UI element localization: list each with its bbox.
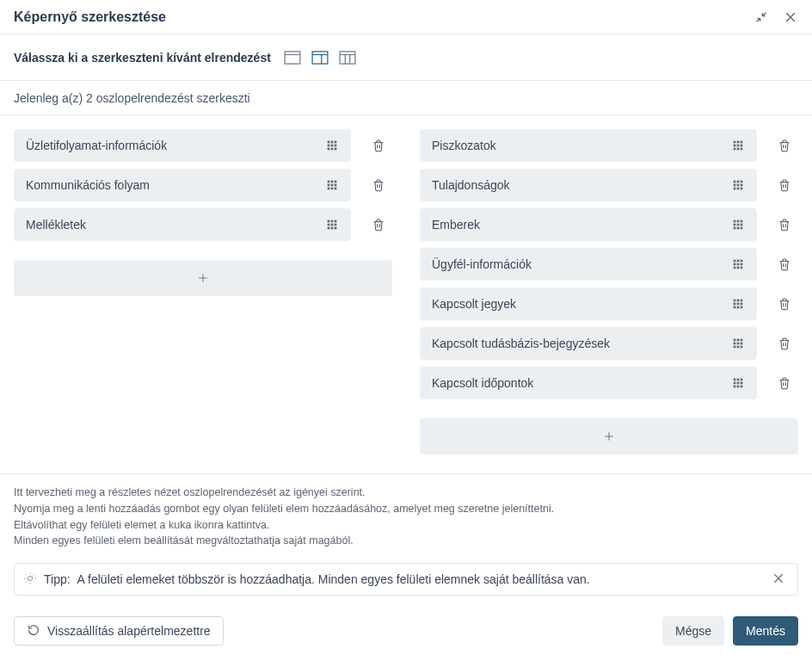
close-icon[interactable] <box>772 572 785 588</box>
svg-rect-28 <box>331 220 334 223</box>
widget-card[interactable]: Kapcsolt jegyek <box>420 287 757 320</box>
trash-icon[interactable] <box>771 211 798 238</box>
widget-row: Kapcsolt időpontok <box>420 367 798 399</box>
svg-rect-78 <box>734 306 736 309</box>
tip-label: Tipp: <box>44 572 71 586</box>
svg-rect-5 <box>340 51 355 63</box>
drag-handle-icon[interactable] <box>325 218 339 232</box>
svg-rect-42 <box>734 148 736 151</box>
svg-rect-98 <box>741 386 743 388</box>
svg-rect-38 <box>741 141 743 144</box>
svg-rect-33 <box>328 227 330 230</box>
widget-row: Kommunikációs folyam <box>14 169 392 201</box>
svg-rect-73 <box>737 300 740 302</box>
trash-icon[interactable] <box>365 171 392 199</box>
svg-rect-97 <box>737 386 740 388</box>
widget-label: Mellékletek <box>26 218 86 232</box>
svg-rect-49 <box>737 184 740 187</box>
drag-handle-icon[interactable] <box>325 139 339 152</box>
svg-rect-51 <box>734 188 736 190</box>
svg-rect-23 <box>335 184 337 187</box>
left-column: Üzletifolyamat-információk Kommunikációs… <box>14 129 392 454</box>
drag-handle-icon[interactable] <box>731 139 745 152</box>
modal-title: Képernyő szerkesztése <box>14 9 166 25</box>
svg-rect-81 <box>734 339 736 342</box>
widget-label: Kapcsolt tudásbázis-bejegyzések <box>432 337 610 350</box>
svg-rect-45 <box>734 181 736 183</box>
minimize-icon[interactable] <box>754 9 769 25</box>
widget-card[interactable]: Ügyfél-információk <box>420 248 757 281</box>
widget-card[interactable]: Kommunikációs folyam <box>14 169 351 201</box>
svg-rect-43 <box>737 148 740 151</box>
layout-option-2col[interactable] <box>311 50 329 65</box>
drag-handle-icon[interactable] <box>731 376 745 390</box>
widget-row: Kapcsolt tudásbázis-bejegyzések <box>420 327 798 360</box>
widget-card[interactable]: Emberek <box>420 208 757 241</box>
svg-rect-30 <box>328 224 330 226</box>
drag-handle-icon[interactable] <box>731 257 745 271</box>
drag-handle-icon[interactable] <box>731 218 745 232</box>
close-icon[interactable] <box>783 9 798 25</box>
widget-card[interactable]: Tulajdonságok <box>420 169 757 201</box>
trash-icon[interactable] <box>771 369 798 397</box>
modal-header: Képernyő szerkesztése <box>0 0 812 34</box>
trash-icon[interactable] <box>365 211 392 238</box>
widget-row: Piszkozatok <box>420 129 798 162</box>
svg-rect-82 <box>737 339 740 342</box>
svg-rect-69 <box>734 267 736 269</box>
trash-icon[interactable] <box>771 290 798 318</box>
widget-card[interactable]: Kapcsolt időpontok <box>420 367 757 399</box>
widget-card[interactable]: Piszkozatok <box>420 129 757 162</box>
svg-rect-32 <box>335 224 337 226</box>
save-button-label: Mentés <box>746 624 785 638</box>
lightbulb-icon <box>23 572 37 588</box>
svg-rect-34 <box>331 227 334 230</box>
trash-icon[interactable] <box>365 132 392 159</box>
svg-rect-74 <box>741 300 743 302</box>
svg-rect-83 <box>741 339 743 342</box>
svg-rect-31 <box>331 224 334 226</box>
drag-handle-icon[interactable] <box>731 178 745 192</box>
widget-label: Kapcsolt időpontok <box>432 376 533 390</box>
svg-rect-18 <box>328 181 330 183</box>
drag-handle-icon[interactable] <box>731 297 745 311</box>
save-button[interactable]: Mentés <box>733 616 798 646</box>
drag-handle-icon[interactable] <box>731 337 745 350</box>
svg-rect-63 <box>734 260 736 263</box>
trash-icon[interactable] <box>771 330 798 357</box>
svg-rect-76 <box>737 303 740 306</box>
trash-icon[interactable] <box>771 132 798 159</box>
widget-card[interactable]: Kapcsolt tudásbázis-bejegyzések <box>420 327 757 360</box>
svg-rect-94 <box>737 382 740 385</box>
svg-rect-26 <box>335 188 337 190</box>
drag-handle-icon[interactable] <box>325 178 339 192</box>
undo-icon <box>27 623 40 640</box>
widget-row: Ügyfél-információk <box>420 248 798 281</box>
svg-rect-17 <box>335 148 337 151</box>
svg-rect-10 <box>331 141 334 144</box>
svg-rect-95 <box>741 382 743 385</box>
widget-row: Tulajdonságok <box>420 169 798 201</box>
svg-rect-87 <box>734 346 736 349</box>
svg-rect-85 <box>737 343 740 345</box>
widget-label: Kapcsolt jegyek <box>432 297 516 311</box>
svg-rect-56 <box>741 220 743 223</box>
reset-button[interactable]: Visszaállítás alapértelmezettre <box>14 616 224 646</box>
widget-label: Piszkozatok <box>432 139 496 152</box>
layout-option-1col[interactable] <box>283 50 302 65</box>
widget-card[interactable]: Üzletifolyamat-információk <box>14 129 351 162</box>
cancel-button[interactable]: Mégse <box>662 616 724 646</box>
svg-rect-59 <box>741 224 743 226</box>
trash-icon[interactable] <box>771 171 798 199</box>
svg-rect-9 <box>328 141 330 144</box>
svg-rect-80 <box>741 306 743 309</box>
trash-icon[interactable] <box>771 250 798 278</box>
layout-option-3col[interactable] <box>338 50 357 65</box>
widget-card[interactable]: Mellékletek <box>14 208 351 241</box>
add-widget-button[interactable] <box>420 418 798 454</box>
svg-rect-47 <box>741 181 743 183</box>
add-widget-button[interactable] <box>14 260 392 296</box>
tip-content: Tipp: A felületi elemeket többször is ho… <box>23 572 590 588</box>
svg-rect-62 <box>741 227 743 230</box>
widget-label: Tulajdonságok <box>432 178 510 192</box>
